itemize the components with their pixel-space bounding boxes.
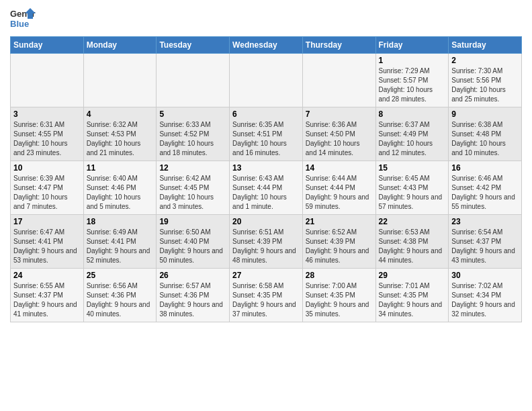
- calendar-cell: 1Sunrise: 7:29 AM Sunset: 5:57 PM Daylig…: [375, 54, 449, 107]
- day-number: 17: [13, 217, 81, 226]
- day-number: 11: [87, 163, 154, 173]
- page-header: General Blue: [10, 7, 522, 32]
- day-number: 7: [306, 109, 373, 119]
- day-number: 5: [159, 109, 226, 119]
- day-info: Sunrise: 6:50 AM Sunset: 4:40 PM Dayligh…: [159, 228, 226, 265]
- day-info: Sunrise: 6:46 AM Sunset: 4:42 PM Dayligh…: [451, 174, 519, 212]
- day-number: 18: [87, 217, 154, 226]
- calendar-cell: 13Sunrise: 6:43 AM Sunset: 4:44 PM Dayli…: [230, 161, 303, 215]
- calendar-cell: 9Sunrise: 6:38 AM Sunset: 4:48 PM Daylig…: [449, 107, 522, 161]
- day-number: 27: [232, 271, 300, 280]
- day-number: 14: [306, 163, 373, 173]
- day-info: Sunrise: 6:38 AM Sunset: 4:48 PM Dayligh…: [451, 120, 519, 158]
- svg-text:Blue: Blue: [10, 19, 29, 29]
- logo-svg: General Blue: [10, 7, 36, 32]
- calendar-cell: 19Sunrise: 6:50 AM Sunset: 4:40 PM Dayli…: [157, 215, 230, 269]
- calendar-cell: 10Sunrise: 6:39 AM Sunset: 4:47 PM Dayli…: [11, 161, 84, 215]
- calendar-cell: 6Sunrise: 6:35 AM Sunset: 4:51 PM Daylig…: [230, 107, 303, 161]
- calendar-cell: [11, 54, 84, 107]
- calendar-cell: 12Sunrise: 6:42 AM Sunset: 4:45 PM Dayli…: [157, 161, 230, 215]
- day-info: Sunrise: 7:30 AM Sunset: 5:56 PM Dayligh…: [451, 66, 519, 104]
- day-number: 22: [379, 217, 446, 226]
- day-info: Sunrise: 6:36 AM Sunset: 4:50 PM Dayligh…: [306, 120, 373, 158]
- day-number: 25: [87, 271, 154, 280]
- day-number: 19: [159, 217, 226, 226]
- day-info: Sunrise: 6:43 AM Sunset: 4:44 PM Dayligh…: [232, 174, 300, 212]
- day-number: 12: [159, 163, 226, 173]
- day-info: Sunrise: 6:40 AM Sunset: 4:46 PM Dayligh…: [87, 174, 154, 212]
- calendar-cell: [302, 54, 375, 107]
- day-number: 16: [451, 163, 519, 173]
- day-number: 24: [13, 271, 81, 280]
- day-number: 26: [159, 271, 226, 280]
- calendar-cell: 27Sunrise: 6:58 AM Sunset: 4:35 PM Dayli…: [230, 269, 303, 322]
- day-number: 2: [451, 56, 519, 65]
- day-info: Sunrise: 6:31 AM Sunset: 4:55 PM Dayligh…: [13, 120, 81, 158]
- calendar-week-row: 17Sunrise: 6:47 AM Sunset: 4:41 PM Dayli…: [11, 215, 522, 269]
- day-number: 1: [379, 56, 446, 65]
- calendar-week-row: 3Sunrise: 6:31 AM Sunset: 4:55 PM Daylig…: [11, 107, 522, 161]
- calendar-week-row: 24Sunrise: 6:55 AM Sunset: 4:37 PM Dayli…: [11, 269, 522, 322]
- day-number: 15: [379, 163, 446, 173]
- calendar-cell: 24Sunrise: 6:55 AM Sunset: 4:37 PM Dayli…: [11, 269, 84, 322]
- calendar-cell: 7Sunrise: 6:36 AM Sunset: 4:50 PM Daylig…: [302, 107, 375, 161]
- day-info: Sunrise: 7:02 AM Sunset: 4:34 PM Dayligh…: [451, 281, 519, 319]
- day-info: Sunrise: 6:47 AM Sunset: 4:41 PM Dayligh…: [13, 228, 81, 265]
- calendar-cell: 20Sunrise: 6:51 AM Sunset: 4:39 PM Dayli…: [230, 215, 303, 269]
- calendar-cell: 29Sunrise: 7:01 AM Sunset: 4:35 PM Dayli…: [375, 269, 449, 322]
- day-info: Sunrise: 6:37 AM Sunset: 4:49 PM Dayligh…: [379, 120, 446, 158]
- day-info: Sunrise: 6:39 AM Sunset: 4:47 PM Dayligh…: [13, 174, 81, 212]
- col-thursday: Thursday: [302, 37, 375, 54]
- calendar-week-row: 1Sunrise: 7:29 AM Sunset: 5:57 PM Daylig…: [11, 54, 522, 107]
- calendar-cell: 18Sunrise: 6:49 AM Sunset: 4:41 PM Dayli…: [83, 215, 157, 269]
- day-info: Sunrise: 6:58 AM Sunset: 4:35 PM Dayligh…: [232, 281, 300, 319]
- calendar-cell: [230, 54, 303, 107]
- day-info: Sunrise: 6:51 AM Sunset: 4:39 PM Dayligh…: [232, 228, 300, 265]
- day-number: 20: [232, 217, 300, 226]
- calendar-cell: 11Sunrise: 6:40 AM Sunset: 4:46 PM Dayli…: [83, 161, 157, 215]
- day-info: Sunrise: 7:29 AM Sunset: 5:57 PM Dayligh…: [379, 66, 446, 104]
- calendar-cell: 8Sunrise: 6:37 AM Sunset: 4:49 PM Daylig…: [375, 107, 449, 161]
- calendar-cell: 17Sunrise: 6:47 AM Sunset: 4:41 PM Dayli…: [11, 215, 84, 269]
- col-saturday: Saturday: [449, 37, 522, 54]
- calendar-cell: 2Sunrise: 7:30 AM Sunset: 5:56 PM Daylig…: [449, 54, 522, 107]
- calendar-cell: 4Sunrise: 6:32 AM Sunset: 4:53 PM Daylig…: [83, 107, 157, 161]
- day-info: Sunrise: 6:45 AM Sunset: 4:43 PM Dayligh…: [379, 174, 446, 212]
- calendar-cell: 26Sunrise: 6:57 AM Sunset: 4:36 PM Dayli…: [157, 269, 230, 322]
- calendar-cell: 15Sunrise: 6:45 AM Sunset: 4:43 PM Dayli…: [375, 161, 449, 215]
- col-friday: Friday: [375, 37, 449, 54]
- day-number: 21: [306, 217, 373, 226]
- col-wednesday: Wednesday: [230, 37, 303, 54]
- logo: General Blue: [10, 7, 36, 32]
- col-sunday: Sunday: [11, 37, 84, 54]
- calendar-cell: 30Sunrise: 7:02 AM Sunset: 4:34 PM Dayli…: [449, 269, 522, 322]
- day-info: Sunrise: 6:53 AM Sunset: 4:38 PM Dayligh…: [379, 228, 446, 265]
- day-info: Sunrise: 6:52 AM Sunset: 4:39 PM Dayligh…: [306, 228, 373, 265]
- day-number: 28: [306, 271, 373, 280]
- day-number: 13: [232, 163, 300, 173]
- day-info: Sunrise: 6:42 AM Sunset: 4:45 PM Dayligh…: [159, 174, 226, 212]
- calendar-cell: [83, 54, 157, 107]
- calendar-cell: 23Sunrise: 6:54 AM Sunset: 4:37 PM Dayli…: [449, 215, 522, 269]
- calendar-cell: 21Sunrise: 6:52 AM Sunset: 4:39 PM Dayli…: [302, 215, 375, 269]
- calendar-week-row: 10Sunrise: 6:39 AM Sunset: 4:47 PM Dayli…: [11, 161, 522, 215]
- day-number: 8: [379, 109, 446, 119]
- calendar-cell: 25Sunrise: 6:56 AM Sunset: 4:36 PM Dayli…: [83, 269, 157, 322]
- calendar-cell: 22Sunrise: 6:53 AM Sunset: 4:38 PM Dayli…: [375, 215, 449, 269]
- day-info: Sunrise: 6:35 AM Sunset: 4:51 PM Dayligh…: [232, 120, 300, 158]
- day-number: 30: [451, 271, 519, 280]
- day-number: 9: [451, 109, 519, 119]
- col-tuesday: Tuesday: [157, 37, 230, 54]
- day-info: Sunrise: 6:33 AM Sunset: 4:52 PM Dayligh…: [159, 120, 226, 158]
- day-info: Sunrise: 6:55 AM Sunset: 4:37 PM Dayligh…: [13, 281, 81, 319]
- calendar-cell: 5Sunrise: 6:33 AM Sunset: 4:52 PM Daylig…: [157, 107, 230, 161]
- day-info: Sunrise: 6:44 AM Sunset: 4:44 PM Dayligh…: [306, 174, 373, 212]
- day-info: Sunrise: 6:56 AM Sunset: 4:36 PM Dayligh…: [87, 281, 154, 319]
- day-number: 29: [379, 271, 446, 280]
- calendar-body: 1Sunrise: 7:29 AM Sunset: 5:57 PM Daylig…: [11, 54, 522, 322]
- calendar-table: Sunday Monday Tuesday Wednesday Thursday…: [10, 36, 522, 322]
- day-number: 10: [13, 163, 81, 173]
- calendar-cell: 14Sunrise: 6:44 AM Sunset: 4:44 PM Dayli…: [302, 161, 375, 215]
- day-info: Sunrise: 6:32 AM Sunset: 4:53 PM Dayligh…: [87, 120, 154, 158]
- day-info: Sunrise: 7:01 AM Sunset: 4:35 PM Dayligh…: [379, 281, 446, 319]
